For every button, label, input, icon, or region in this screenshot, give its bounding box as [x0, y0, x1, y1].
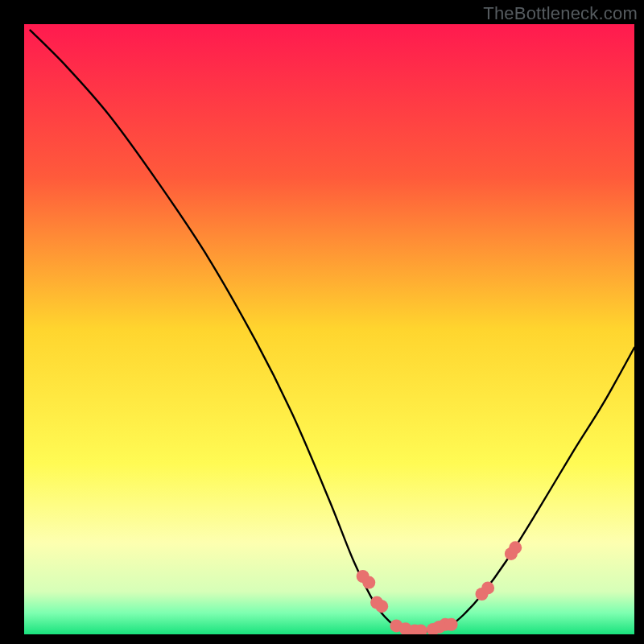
curve-marker	[362, 576, 375, 589]
curve-marker	[509, 541, 522, 554]
curve-marker	[375, 600, 388, 613]
bottleneck-curve-plot	[0, 0, 644, 644]
watermark-text: TheBottleneck.com	[483, 3, 638, 24]
chart-frame: TheBottleneck.com	[0, 0, 644, 644]
curve-marker	[415, 624, 427, 637]
curve-marker	[445, 618, 458, 631]
curve-marker	[481, 581, 494, 594]
plot-background	[24, 24, 634, 634]
